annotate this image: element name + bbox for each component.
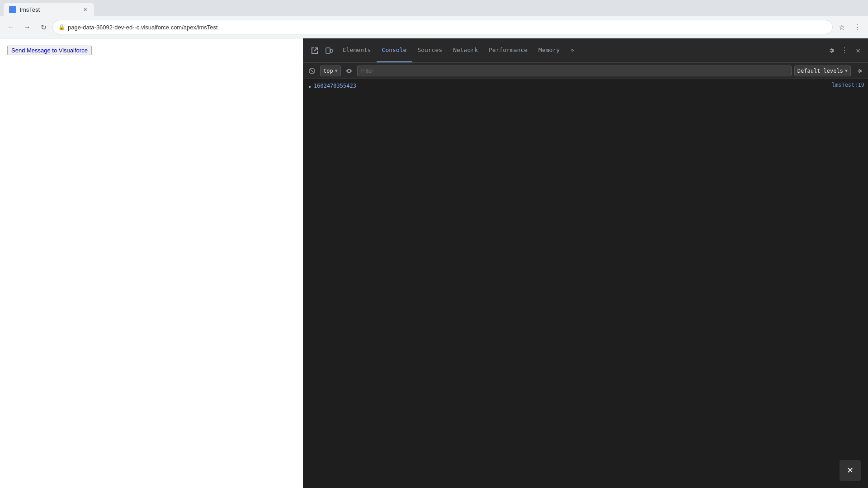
tab-elements[interactable]: Elements (337, 38, 377, 62)
forward-button[interactable]: → (20, 20, 34, 34)
console-context-selector[interactable]: top ▼ (320, 66, 341, 76)
tab-memory[interactable]: Memory (533, 38, 565, 62)
console-context-value: top (323, 68, 333, 74)
chevron-down-icon: ▼ (335, 68, 338, 73)
address-bar[interactable]: 🔒 page-data-36092-dev-ed--c.visualforce.… (52, 20, 833, 34)
svg-line-3 (311, 69, 314, 72)
url-text: page-data-36092-dev-ed--c.visualforce.co… (68, 24, 827, 31)
notification-close-button[interactable]: ✕ (847, 465, 854, 475)
tab-sources[interactable]: Sources (412, 38, 448, 62)
log-entry-expander[interactable]: ▶ (307, 82, 314, 91)
device-toolbar-icon[interactable] (323, 44, 335, 57)
bottom-notification: ✕ (840, 460, 861, 481)
tab-title: lmsTest (20, 6, 40, 13)
back-button[interactable]: ← (4, 20, 18, 34)
tab-performance[interactable]: Performance (483, 38, 533, 62)
console-toolbar: top ▼ Default levels ▼ (303, 63, 868, 79)
devtools-panel: Elements Console Sources Network Perform… (303, 38, 868, 488)
tab-network[interactable]: Network (448, 38, 483, 62)
more-button[interactable]: ⋮ (850, 20, 864, 34)
devtools-settings-button[interactable] (825, 44, 837, 57)
tab-favicon (9, 6, 16, 13)
devtools-tabs-spacer (580, 38, 825, 62)
send-message-button[interactable]: Send Message to Visualforce (7, 46, 92, 55)
devtools-close-button[interactable]: ✕ (852, 44, 864, 57)
inspect-element-icon[interactable] (308, 44, 321, 57)
svg-rect-1 (330, 49, 332, 52)
browser-action-buttons: ☆ ⋮ (835, 20, 864, 34)
browser-tab-active[interactable]: lmsTest ✕ (4, 3, 94, 16)
tab-more[interactable]: » (565, 38, 580, 62)
tab-console[interactable]: Console (377, 38, 412, 62)
main-area: Send Message to Visualforce Elements Con… (0, 38, 868, 488)
levels-chevron-icon: ▼ (845, 68, 848, 73)
browser-tabs: lmsTest ✕ (0, 0, 868, 16)
console-filter-input[interactable] (357, 66, 792, 76)
console-settings-button[interactable] (854, 66, 864, 76)
svg-rect-0 (326, 48, 330, 53)
browser-chrome: lmsTest ✕ ← → ↻ 🔒 page-data-36092-dev-ed… (0, 0, 868, 38)
tab-close-button[interactable]: ✕ (81, 6, 89, 13)
reload-button[interactable]: ↻ (36, 20, 51, 34)
security-icon: 🔒 (58, 24, 65, 30)
console-eye-button[interactable] (344, 66, 354, 76)
log-entry-value: 1602470355423 (314, 82, 832, 89)
log-entry-source[interactable]: lmsTest:19 (832, 82, 864, 88)
console-levels-selector[interactable]: Default levels ▼ (794, 66, 851, 76)
console-clear-button[interactable] (307, 66, 317, 76)
browser-toolbar: ← → ↻ 🔒 page-data-36092-dev-ed--c.visual… (0, 16, 868, 38)
console-output: ▶ 1602470355423 lmsTest:19 (303, 79, 868, 488)
devtools-tabs-bar: Elements Console Sources Network Perform… (303, 38, 868, 63)
star-button[interactable]: ☆ (835, 20, 849, 34)
console-log-entry: ▶ 1602470355423 lmsTest:19 (303, 81, 868, 92)
page-content: Send Message to Visualforce (0, 38, 303, 488)
devtools-header-actions: ⋮ ✕ (825, 38, 864, 62)
devtools-more-button[interactable]: ⋮ (838, 44, 851, 57)
filter-text-input[interactable] (361, 68, 788, 74)
levels-label: Default levels (797, 68, 843, 74)
devtools-tab-group: Elements Console Sources Network Perform… (337, 38, 580, 62)
devtools-tool-icons (307, 38, 337, 62)
